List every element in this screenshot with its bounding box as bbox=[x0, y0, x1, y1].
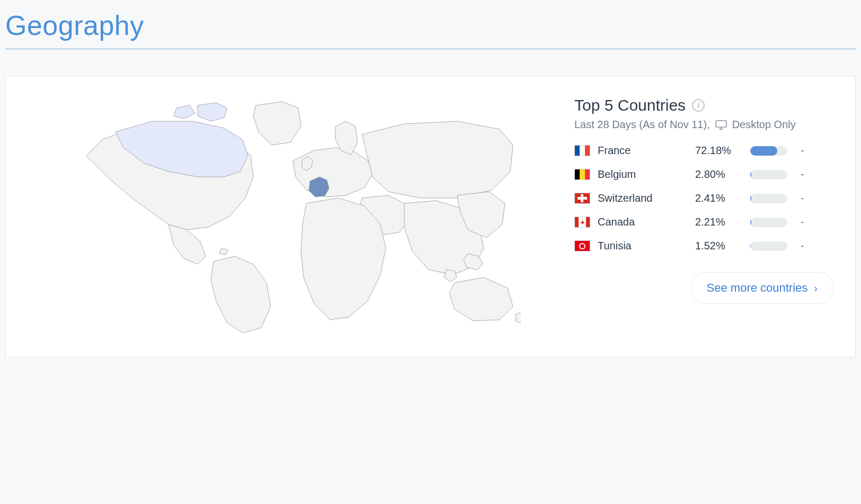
share-bar bbox=[750, 218, 787, 227]
country-name: Canada bbox=[598, 216, 688, 228]
country-row: Tunisia1.52%- bbox=[574, 240, 834, 252]
country-percentage: 72.18% bbox=[695, 145, 743, 157]
geography-card: Top 5 Countries i Last 28 Days (As of No… bbox=[5, 76, 856, 357]
country-name: Belgium bbox=[598, 168, 688, 181]
country-name: Switzerland bbox=[598, 192, 688, 204]
see-more-label: See more countries bbox=[707, 281, 808, 295]
share-bar bbox=[750, 170, 787, 179]
see-more-countries-button[interactable]: See more countries › bbox=[690, 272, 834, 304]
panel-subtitle: Last 28 Days (As of Nov 11), Desktop Onl… bbox=[574, 119, 834, 131]
world-map bbox=[27, 92, 558, 336]
top-countries-panel: Top 5 Countries i Last 28 Days (As of No… bbox=[574, 92, 834, 336]
country-percentage: 2.21% bbox=[695, 216, 743, 228]
country-percentage: 1.52% bbox=[695, 240, 743, 252]
trend-value: - bbox=[795, 192, 804, 204]
trend-value: - bbox=[795, 216, 804, 228]
flag-icon bbox=[574, 240, 590, 251]
world-map-svg bbox=[65, 92, 521, 336]
info-icon[interactable]: i bbox=[692, 99, 705, 112]
share-bar bbox=[750, 146, 787, 156]
trend-value: - bbox=[795, 145, 804, 157]
device-label: Desktop Only bbox=[732, 119, 796, 131]
panel-title: Top 5 Countries bbox=[574, 96, 686, 114]
country-name: France bbox=[598, 145, 688, 157]
flag-icon: ✦ bbox=[574, 217, 590, 228]
trend-value: - bbox=[795, 168, 804, 181]
country-percentage: 2.80% bbox=[695, 168, 743, 181]
share-bar bbox=[750, 241, 787, 251]
flag-icon bbox=[574, 145, 590, 156]
country-list: France72.18%-Belgium2.80%-Switzerland2.4… bbox=[574, 145, 834, 252]
flag-icon bbox=[574, 193, 590, 204]
monitor-icon bbox=[715, 120, 727, 130]
flag-icon bbox=[574, 169, 590, 180]
trend-value: - bbox=[795, 240, 804, 252]
country-row: France72.18%- bbox=[574, 145, 834, 157]
country-row: Belgium2.80%- bbox=[574, 168, 834, 181]
share-bar bbox=[750, 194, 787, 203]
country-row: ✦Canada2.21%- bbox=[574, 216, 834, 228]
svg-rect-0 bbox=[716, 121, 726, 127]
date-range-label: Last 28 Days (As of Nov 11), bbox=[574, 119, 710, 131]
country-name: Tunisia bbox=[598, 240, 688, 252]
chevron-right-icon: › bbox=[814, 282, 818, 294]
country-percentage: 2.41% bbox=[695, 192, 743, 204]
section-title: Geography bbox=[5, 0, 856, 49]
country-row: Switzerland2.41%- bbox=[574, 192, 834, 204]
